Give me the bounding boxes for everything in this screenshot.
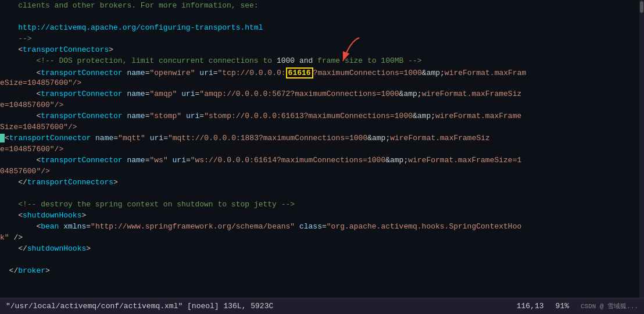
code-line: http://activemq.apache.org/configuring-t… bbox=[0, 23, 644, 34]
code-line-ws: <transportConnector name="ws" uri="ws://… bbox=[0, 156, 644, 167]
code-line-stomp-cont: Size=104857600"/> bbox=[0, 123, 644, 134]
code-line: --> bbox=[0, 34, 644, 45]
code-editor: clients and other brokers. For more info… bbox=[0, 0, 644, 314]
code-line-close-transport: </transportConnectors> bbox=[0, 178, 644, 189]
code-line-mqtt: <transportConnector name="mqtt" uri="mqt… bbox=[0, 134, 644, 145]
statusbar-right: 116,13 91% CSDN @ 雪域狐... bbox=[517, 302, 638, 311]
code-line-comment-shutdown: <!-- destroy the spring context on shutd… bbox=[0, 200, 644, 211]
code-line-openwire: <transportConnector name="openwire" uri=… bbox=[0, 67, 644, 78]
code-line-amqp-cont: e=104857600"/> bbox=[0, 101, 644, 112]
code-line-close-broker: </broker> bbox=[0, 266, 644, 277]
code-line: <!-- DOS protection, limit concurrent co… bbox=[0, 56, 644, 67]
code-line bbox=[0, 255, 644, 266]
code-line: <transportConnectors> bbox=[0, 45, 644, 56]
code-line: clients and other brokers. For more info… bbox=[0, 1, 644, 12]
code-line-ws-cont: 04857600"/> bbox=[0, 167, 644, 178]
statusbar-position: 116,13 bbox=[517, 302, 544, 311]
statusbar: "/usr/local/activemq/conf/activemq.xml" … bbox=[0, 298, 644, 314]
code-content[interactable]: clients and other brokers. For more info… bbox=[0, 0, 644, 298]
code-line-bean: <bean xmlns="http://www.springframework.… bbox=[0, 222, 644, 233]
scrollbar[interactable] bbox=[639, 0, 644, 298]
code-line-openwire-cont: eSize=104857600"/> bbox=[0, 78, 644, 90]
code-line-bean-cont: k" /> bbox=[0, 233, 644, 244]
statusbar-percent: 91% bbox=[556, 302, 569, 311]
code-line bbox=[0, 12, 644, 23]
code-line-close-shutdown: </shutdownHooks> bbox=[0, 244, 644, 255]
code-line-shutdown-hooks: <shutdownHooks> bbox=[0, 211, 644, 222]
code-line-stomp: <transportConnector name="stomp" uri="st… bbox=[0, 112, 644, 123]
code-line-mqtt-cont: e=104857600"/> bbox=[0, 145, 644, 156]
code-line-amqp: <transportConnector name="amqp" uri="amq… bbox=[0, 90, 644, 101]
scrollbar-thumb[interactable] bbox=[640, 1, 643, 13]
statusbar-file-info: "/usr/local/activemq/conf/activemq.xml" … bbox=[6, 302, 273, 311]
code-line bbox=[0, 189, 644, 200]
statusbar-brand: CSDN @ 雪域狐... bbox=[581, 302, 638, 311]
